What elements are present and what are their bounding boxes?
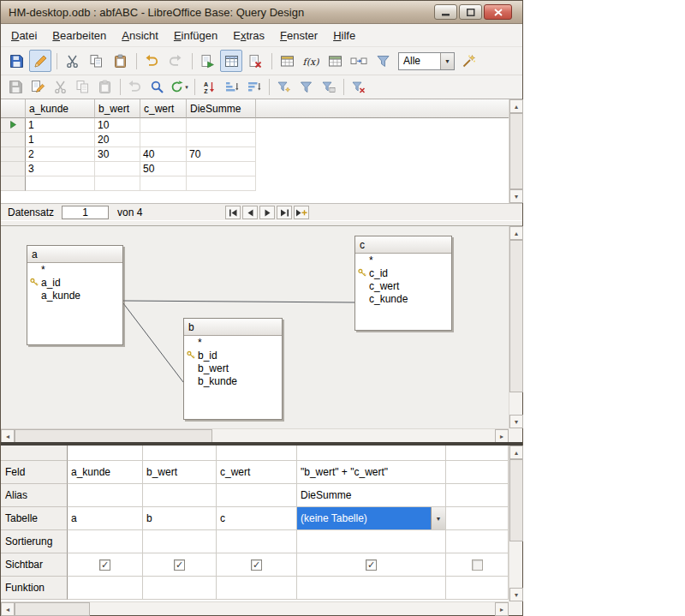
maximize-button[interactable]: [459, 4, 482, 20]
alias-button[interactable]: [348, 50, 370, 72]
scroll-up-button[interactable]: ▴: [509, 446, 523, 459]
menu-hilfe[interactable]: Hilfe: [325, 24, 363, 46]
clear-query-button[interactable]: [244, 50, 266, 72]
menu-datei[interactable]: Datei: [3, 24, 45, 46]
table-field-a_kunde[interactable]: a_kunde: [27, 289, 122, 302]
visible-checkbox[interactable]: ✓: [251, 559, 262, 571]
grid-cell-sortierung-2[interactable]: [143, 530, 217, 553]
save-record-button[interactable]: [5, 77, 26, 98]
grid-cell-sichtbar-2[interactable]: ✓: [143, 553, 217, 577]
scroll-up-button[interactable]: ▴: [509, 226, 523, 240]
grid-cell-feld-5[interactable]: [446, 461, 509, 484]
scroll-left-button[interactable]: ◂: [1, 602, 15, 616]
menu-fenster[interactable]: Fenster: [272, 24, 325, 46]
undo-data-button[interactable]: [124, 77, 145, 98]
results-cell[interactable]: [187, 118, 256, 133]
next-record-button[interactable]: [259, 206, 275, 219]
grid-cell-tabelle-1[interactable]: a: [68, 507, 143, 530]
add-table-button[interactable]: [276, 50, 298, 72]
results-column-header-DieSumme[interactable]: DieSumme: [187, 99, 256, 118]
visible-checkbox[interactable]: ✓: [174, 559, 185, 571]
grid-cell-funktion-1[interactable]: [68, 577, 143, 600]
menu-einfgen[interactable]: Einfügen: [166, 24, 225, 46]
results-cell[interactable]: [140, 133, 187, 147]
find-record-button[interactable]: [146, 77, 167, 98]
grid-cell-feld-3[interactable]: c_wert: [217, 461, 297, 484]
redo-button[interactable]: [164, 50, 187, 72]
pane-splitter[interactable]: [1, 220, 522, 226]
row-header[interactable]: [1, 176, 26, 191]
grid-cell-feld-2[interactable]: b_wert: [143, 461, 217, 484]
results-cell[interactable]: 2: [26, 147, 95, 162]
results-cell[interactable]: [95, 176, 140, 191]
chevron-down-icon[interactable]: ▾: [185, 84, 188, 91]
table-frame-a[interactable]: a*a_ida_kunde: [27, 245, 123, 345]
results-cell[interactable]: 70: [187, 147, 256, 162]
scroll-down-button[interactable]: ▾: [509, 588, 523, 601]
table-select-dropdown-button[interactable]: ▼: [431, 507, 445, 529]
table-field-b_id[interactable]: b_id: [184, 349, 282, 362]
scroll-down-button[interactable]: ▾: [509, 415, 523, 428]
last-record-button[interactable]: [277, 206, 292, 219]
row-header[interactable]: [1, 162, 26, 176]
results-cell[interactable]: 1: [26, 118, 95, 133]
visible-checkbox[interactable]: ✓: [99, 559, 110, 571]
results-cell[interactable]: 10: [95, 118, 140, 133]
results-column-header-a_kunde[interactable]: a_kunde: [26, 99, 95, 118]
table-frame-title[interactable]: b: [184, 319, 282, 336]
scroll-thumb[interactable]: [509, 240, 523, 392]
row-header[interactable]: [1, 147, 26, 162]
table-field-star[interactable]: *: [355, 254, 451, 266]
grid-cell-sichtbar-3[interactable]: ✓: [217, 553, 297, 577]
grid-cell-sortierung-4[interactable]: [297, 530, 446, 553]
table-field-b_kunde[interactable]: b_kunde: [184, 374, 282, 387]
grid-cell-sortierung-5[interactable]: [446, 530, 509, 553]
scroll-thumb[interactable]: [509, 459, 523, 541]
paste-button[interactable]: [109, 50, 131, 72]
scroll-right-button[interactable]: ▸: [495, 429, 509, 443]
undo-button[interactable]: [140, 50, 163, 72]
table-select-value[interactable]: (keine Tabelle): [297, 507, 431, 529]
row-header[interactable]: [1, 118, 26, 133]
menu-extras[interactable]: Extras: [225, 24, 272, 46]
results-cell[interactable]: [187, 162, 256, 176]
table-field-a_id[interactable]: a_id: [27, 276, 122, 289]
copy-button[interactable]: [85, 50, 107, 72]
grid-cell-tabelle-4[interactable]: (keine Tabelle)▼: [297, 507, 446, 530]
scroll-up-button[interactable]: ▴: [509, 99, 523, 113]
results-cell[interactable]: 1: [26, 133, 95, 147]
grid-cell-funktion-2[interactable]: [143, 577, 217, 600]
sort-ascending-button[interactable]: [221, 77, 241, 98]
design-view-button[interactable]: [220, 50, 242, 72]
table-frame-c[interactable]: c*c_idc_wertc_kunde: [354, 236, 452, 331]
results-cell[interactable]: 20: [95, 133, 140, 147]
new-record-button[interactable]: [294, 206, 309, 219]
scroll-right-button[interactable]: ▸: [495, 602, 509, 616]
titlebar[interactable]: HM-desktop.odb : abfABC - LibreOffice Ba…: [1, 1, 522, 24]
menu-bearbeiten[interactable]: Bearbeiten: [45, 24, 114, 46]
table-frame-title[interactable]: c: [355, 236, 451, 254]
results-cell[interactable]: [140, 118, 187, 133]
grid-cell-alias-4[interactable]: DieSumme: [297, 484, 446, 507]
edit-mode-button[interactable]: [29, 50, 51, 72]
remove-filter-button[interactable]: [348, 77, 368, 98]
distinct-values-button[interactable]: [372, 50, 394, 72]
results-cell[interactable]: [140, 176, 187, 191]
scroll-down-button[interactable]: ▾: [509, 189, 523, 203]
apply-filter-button[interactable]: [295, 77, 316, 98]
results-column-header-b_wert[interactable]: b_wert: [95, 99, 140, 118]
query-properties-button[interactable]: [457, 50, 480, 72]
standard-filter-button[interactable]: [318, 77, 338, 98]
close-button[interactable]: [484, 4, 512, 20]
results-cell[interactable]: 3: [26, 162, 95, 176]
results-cell[interactable]: 30: [95, 147, 140, 162]
cut-button[interactable]: [61, 50, 83, 72]
grid-cell-tabelle-3[interactable]: c: [217, 507, 297, 530]
grid-cell-funktion-4[interactable]: [297, 577, 446, 600]
edit-data-button[interactable]: [27, 77, 48, 98]
grid-cell-funktion-5[interactable]: [446, 577, 509, 600]
grid-cell-sortierung-1[interactable]: [68, 530, 143, 553]
scroll-thumb[interactable]: [15, 429, 212, 443]
grid-cell-alias-5[interactable]: [446, 484, 509, 507]
grid-cell-alias-3[interactable]: [217, 484, 297, 507]
